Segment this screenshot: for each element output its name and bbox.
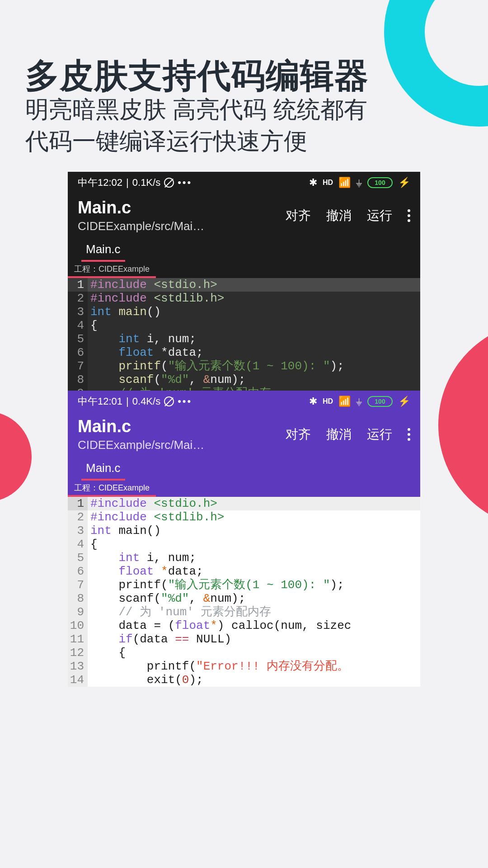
code-line: if(data == NULL) — [88, 632, 420, 646]
signal-icon: 📶 — [338, 396, 351, 407]
code-line: exit(0); — [88, 673, 420, 687]
status-bar: 中午12:02 | 0.1K/s ••• ✱ HD 📶 ⏚ 100 ⚡ — [68, 172, 420, 193]
bluetooth-icon: ✱ — [309, 177, 317, 189]
undo-button[interactable]: 撤消 — [326, 426, 352, 443]
hero-headline: 多皮肤支持代码编辑器 — [25, 53, 369, 99]
code-line: #include <stdlib.h> — [88, 292, 420, 305]
line-number: 14 — [68, 673, 88, 687]
code-line: scanf("%d", &num); — [88, 592, 420, 605]
decor-circle-pink-right — [438, 321, 488, 529]
code-line: #include <stdlib.h> — [88, 510, 420, 524]
bluetooth-icon: ✱ — [309, 396, 317, 407]
no-sim-icon — [164, 178, 174, 188]
line-number: 4 — [68, 319, 88, 332]
code-line: // 为 'num' 元素分配内存 — [88, 605, 420, 619]
line-number: 8 — [68, 592, 88, 605]
line-number: 5 — [68, 332, 88, 346]
code-line: int main() — [88, 305, 420, 319]
status-separator: | — [126, 396, 129, 407]
line-number: 2 — [68, 510, 88, 524]
line-number: 2 — [68, 292, 88, 305]
line-number: 10 — [68, 619, 88, 632]
project-label: 工程：CIDEExample — [68, 262, 156, 278]
no-sim-icon — [164, 396, 174, 406]
line-number: 5 — [68, 551, 88, 565]
battery-icon: 100 — [367, 177, 393, 188]
line-number: 9 — [68, 605, 88, 619]
status-dots-icon: ••• — [178, 177, 192, 189]
run-button[interactable]: 运行 — [367, 426, 392, 443]
code-line: #include <stdio.h> — [88, 497, 420, 510]
run-button[interactable]: 运行 — [367, 207, 392, 224]
file-path: CIDEExample/src/Mai… — [78, 219, 204, 233]
line-number: 7 — [68, 578, 88, 592]
code-line: data = (float*) calloc(num, sizec — [88, 619, 420, 632]
hero-subline-1: 明亮暗黑皮肤 高亮代码 统统都有 — [25, 94, 367, 126]
align-button[interactable]: 对齐 — [286, 207, 311, 224]
code-line: printf("Error!!! 内存没有分配。 — [88, 660, 420, 673]
decor-circle-pink-left — [0, 411, 32, 502]
status-time: 中午12:02 — [78, 176, 122, 189]
tab-row: Main.c — [68, 458, 420, 481]
project-label: 工程：CIDEExample — [68, 481, 156, 497]
file-title: Main.c — [78, 417, 204, 436]
hero-subline-2: 代码一键编译运行快速方便 — [25, 126, 307, 157]
wifi-icon: ⏚ — [356, 177, 362, 189]
code-line: float *data; — [88, 346, 420, 359]
undo-button[interactable]: 撤消 — [326, 207, 352, 224]
code-line: { — [88, 646, 420, 660]
tab-main-c[interactable]: Main.c — [81, 240, 125, 262]
overflow-menu-icon[interactable] — [408, 428, 410, 441]
tab-row: Main.c — [68, 240, 420, 262]
decor-circle-cyan — [384, 0, 488, 127]
code-line: { — [88, 538, 420, 551]
wifi-icon: ⏚ — [356, 396, 362, 407]
charging-icon: ⚡ — [398, 177, 410, 189]
file-path: CIDEExample/src/Mai… — [78, 438, 204, 452]
code-line: printf("输入元素个数(1 ~ 100): "); — [88, 359, 420, 373]
status-speed: 0.1K/s — [132, 177, 160, 189]
code-line: int i, num; — [88, 332, 420, 346]
signal-icon: 📶 — [338, 177, 351, 189]
status-time: 中午12:01 — [78, 395, 122, 408]
app-bar: Main.c CIDEExample/src/Mai… 对齐 撤消 运行 — [68, 193, 420, 240]
hd-icon: HD — [323, 397, 333, 406]
phone-mock-light: 中午12:01 | 0.4K/s ••• ✱ HD 📶 ⏚ 100 ⚡ Main… — [68, 391, 420, 687]
line-number: 12 — [68, 646, 88, 660]
code-line: int main() — [88, 524, 420, 538]
battery-icon: 100 — [367, 396, 393, 407]
status-separator: | — [126, 177, 129, 189]
line-number: 1 — [68, 497, 88, 510]
status-dots-icon: ••• — [178, 396, 192, 407]
status-speed: 0.4K/s — [132, 396, 160, 407]
line-number: 3 — [68, 524, 88, 538]
overflow-menu-icon[interactable] — [408, 209, 410, 222]
file-title: Main.c — [78, 198, 204, 217]
charging-icon: ⚡ — [398, 396, 410, 407]
code-line: #include <stdio.h> — [88, 278, 420, 292]
line-number: 8 — [68, 373, 88, 387]
align-button[interactable]: 对齐 — [286, 426, 311, 443]
code-line: scanf("%d", &num); — [88, 373, 420, 387]
app-bar: Main.c CIDEExample/src/Mai… 对齐 撤消 运行 — [68, 412, 420, 458]
tab-main-c[interactable]: Main.c — [81, 458, 125, 481]
line-number: 13 — [68, 660, 88, 673]
line-number: 1 — [68, 278, 88, 292]
line-number: 11 — [68, 632, 88, 646]
code-editor-light[interactable]: 1#include <stdio.h> 2#include <stdlib.h>… — [68, 497, 420, 687]
line-number: 4 — [68, 538, 88, 551]
code-line: printf("输入元素个数(1 ~ 100): "); — [88, 578, 420, 592]
line-number: 6 — [68, 565, 88, 578]
hd-icon: HD — [323, 179, 333, 187]
code-line: int i, num; — [88, 551, 420, 565]
code-line: { — [88, 319, 420, 332]
status-bar: 中午12:01 | 0.4K/s ••• ✱ HD 📶 ⏚ 100 ⚡ — [68, 391, 420, 412]
code-line: float *data; — [88, 565, 420, 578]
line-number: 3 — [68, 305, 88, 319]
line-number: 6 — [68, 346, 88, 359]
line-number: 7 — [68, 359, 88, 373]
